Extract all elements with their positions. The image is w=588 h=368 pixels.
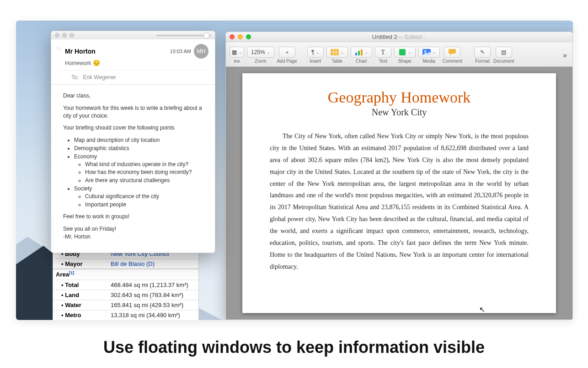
edited-indicator: — Edited	[397, 33, 422, 40]
window-title: Untitled 2	[372, 33, 397, 40]
pilcrow-icon: ¶	[311, 49, 314, 55]
opacity-slider[interactable]	[156, 35, 211, 36]
page-subtitle[interactable]: New York City	[270, 107, 529, 118]
mail-paragraph: Your briefing should cover the following…	[63, 124, 207, 132]
infobox-section: Area[1]	[53, 269, 198, 279]
svg-rect-7	[399, 49, 406, 55]
mail-paragraph: Dear class,	[63, 92, 207, 100]
cursor-icon: ↖	[479, 305, 485, 314]
pages-titlebar[interactable]: Untitled 2 — Edited ⌄	[226, 32, 572, 42]
mail-floating-window[interactable]: ☆ Mr Horton 10:03 AM MH Homework 😔 To: E…	[51, 31, 215, 253]
list-item: Map and description of city location	[74, 136, 207, 144]
svg-rect-4	[355, 53, 357, 55]
mail-paragraph: See you all on Friday! -Mr. Horton	[63, 225, 207, 241]
list-item: Demographic statistics	[74, 145, 207, 152]
shape-icon	[398, 49, 406, 55]
svg-point-9	[424, 50, 426, 52]
text-icon: T	[381, 49, 385, 56]
table-icon	[331, 49, 339, 55]
document-icon: ▤	[501, 49, 506, 55]
avatar: MH	[194, 44, 208, 59]
comment-icon	[448, 49, 456, 55]
list-item: Society Cultural significance of the cit…	[74, 185, 207, 208]
list-item: How has the economy been doing recently?	[85, 168, 207, 176]
to-value: Erik Wegener	[83, 74, 116, 81]
mail-subject: Homework	[65, 60, 91, 66]
mail-header: ☆ Mr Horton 10:03 AM MH Homework 😔 To: E…	[51, 39, 215, 85]
pages-app-window: Untitled 2 — Edited ⌄ ▦⌄ ew 125%⌄ Zoom ＋…	[225, 32, 573, 320]
document-button[interactable]: ▤	[496, 47, 512, 58]
chart-button[interactable]: ⌄	[351, 47, 372, 58]
zoom-icon[interactable]	[246, 34, 251, 39]
to-label: To:	[71, 74, 79, 81]
svg-rect-10	[449, 49, 456, 54]
svg-rect-6	[361, 49, 363, 55]
media-button[interactable]: ⌄	[418, 47, 440, 58]
table-button[interactable]: ⌄	[326, 47, 348, 58]
slider-knob[interactable]	[203, 32, 209, 38]
page-body-text[interactable]: The City of New York, often called New Y…	[270, 130, 529, 273]
add-page-button[interactable]: ＋	[279, 47, 295, 58]
toolbar-overflow-icon[interactable]: »	[563, 51, 569, 60]
view-button[interactable]: ▦⌄	[230, 47, 244, 58]
minimize-icon[interactable]	[238, 34, 243, 39]
text-button[interactable]: T	[375, 47, 391, 58]
list-item: What kind of industries operate in the c…	[85, 161, 207, 168]
zoom-icon[interactable]	[69, 33, 74, 38]
list-item: Important people	[85, 201, 207, 209]
page-title[interactable]: Geography Homework	[270, 89, 529, 106]
document-page[interactable]: Geography Homework New York City The Cit…	[242, 73, 556, 313]
sender-name: Mr Horton	[65, 48, 170, 55]
insert-button[interactable]: ¶⌄	[307, 47, 324, 58]
minimize-icon[interactable]	[62, 33, 67, 38]
zoom-dropdown[interactable]: 125%⌄	[247, 47, 274, 58]
infobox-link[interactable]: Bill de Blasio (D)	[108, 259, 198, 269]
marketing-caption: Use floating windows to keep information…	[0, 338, 588, 357]
mail-titlebar[interactable]	[51, 31, 215, 39]
list-item: Cultural significance of the city	[85, 193, 207, 200]
star-icon[interactable]: ☆	[56, 45, 62, 52]
chevron-down-icon[interactable]: ⌄	[422, 35, 426, 39]
pages-toolbar: ▦⌄ ew 125%⌄ Zoom ＋ Add Page ¶⌄ Insert ⌄ …	[226, 42, 572, 67]
shape-button[interactable]: ⌄	[394, 47, 416, 58]
media-icon	[422, 49, 431, 55]
mail-body: Dear class, Your homework for this week …	[51, 85, 215, 253]
comment-button[interactable]	[444, 47, 460, 58]
close-icon[interactable]	[55, 33, 59, 38]
desktop-background: Named for James, Duke of York Government…	[16, 21, 573, 320]
svg-rect-5	[358, 51, 360, 55]
emoji-icon: 😔	[93, 60, 100, 66]
brush-icon: ✎	[480, 49, 485, 55]
close-icon[interactable]	[230, 34, 235, 39]
document-canvas[interactable]: Geography Homework New York City The Cit…	[226, 67, 572, 319]
timestamp: 10:03 AM	[170, 49, 191, 54]
mail-paragraph: Feel free to work in groups!	[63, 213, 207, 221]
chart-icon	[355, 49, 363, 55]
format-button[interactable]: ✎	[474, 47, 491, 58]
list-item: Are there any structural challenges	[85, 177, 207, 184]
mail-paragraph: Your homework for this week is to write …	[63, 104, 207, 120]
mail-list: Map and description of city location Dem…	[74, 136, 207, 208]
list-item: Economy What kind of industries operate …	[74, 153, 207, 184]
